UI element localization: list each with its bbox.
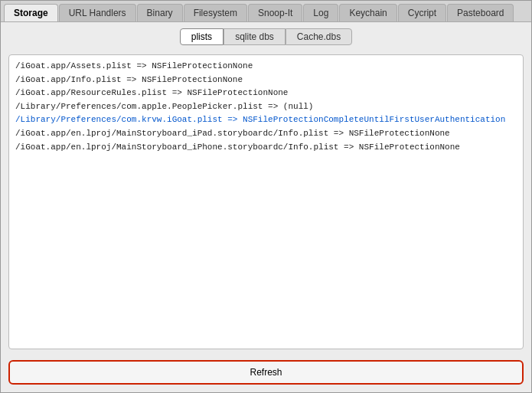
- plist-line: /iGoat.app/en.lproj/MainStoryboard_iPhon…: [15, 141, 517, 155]
- top-tab-bar: StorageURL HandlersBinaryFilesystemSnoop…: [1, 1, 531, 22]
- top-tab-binary[interactable]: Binary: [137, 4, 183, 21]
- plist-line: /Library/Preferences/com.krvw.iGoat.plis…: [15, 113, 517, 127]
- sub-tab-bar: plistssqlite dbsCache.dbs: [1, 22, 531, 50]
- plist-line: /Library/Preferences/com.apple.PeoplePic…: [15, 100, 517, 114]
- plist-line: /iGoat.app/Info.plist => NSFileProtectio…: [15, 74, 517, 87]
- sub-tab-plists[interactable]: plists: [180, 28, 224, 45]
- plist-line: /iGoat.app/Assets.plist => NSFileProtect…: [15, 60, 517, 74]
- top-tab-snoop-it[interactable]: Snoop-It: [248, 4, 302, 21]
- top-tab-keychain[interactable]: Keychain: [339, 4, 397, 21]
- sub-tab-cache.dbs[interactable]: Cache.dbs: [286, 28, 352, 45]
- top-tab-filesystem[interactable]: Filesystem: [184, 4, 247, 21]
- footer: Refresh: [1, 354, 531, 392]
- top-tab-storage[interactable]: Storage: [4, 4, 58, 21]
- top-tab-cycript[interactable]: Cycript: [398, 4, 446, 21]
- top-tab-url-handlers[interactable]: URL Handlers: [59, 4, 136, 21]
- content-area: /iGoat.app/Assets.plist => NSFileProtect…: [1, 50, 531, 354]
- plist-line: /iGoat.app/ResourceRules.plist => NSFile…: [15, 87, 517, 100]
- top-tab-log[interactable]: Log: [303, 4, 338, 21]
- top-tab-pasteboard[interactable]: Pasteboard: [447, 4, 514, 21]
- main-window: StorageURL HandlersBinaryFilesystemSnoop…: [0, 0, 532, 393]
- plist-content-box: /iGoat.app/Assets.plist => NSFileProtect…: [8, 54, 524, 349]
- refresh-button[interactable]: Refresh: [8, 360, 524, 385]
- plist-line: /iGoat.app/en.lproj/MainStoryboard_iPad.…: [15, 127, 517, 141]
- sub-tab-sqlite-dbs[interactable]: sqlite dbs: [224, 28, 286, 45]
